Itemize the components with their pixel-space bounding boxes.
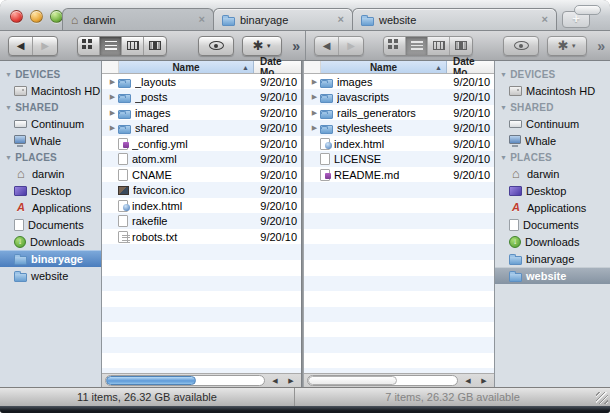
date-column-header[interactable]: Date Mo.. — [254, 61, 301, 73]
quicklook-button[interactable] — [198, 36, 234, 56]
file-row[interactable]: ▶shared9/20/10 — [102, 121, 301, 137]
column-view-button-right[interactable] — [428, 37, 450, 55]
shared-computer-icon — [509, 120, 522, 128]
icon-view-button-right[interactable] — [384, 37, 406, 55]
tab-close-button[interactable]: × — [542, 14, 548, 25]
forward-button-right[interactable]: ▶ — [339, 37, 363, 55]
icon-view-button[interactable] — [78, 37, 100, 55]
disclosure-triangle-icon[interactable]: ▼ — [5, 104, 12, 111]
file-row[interactable]: ▶images9/20/10 — [304, 74, 494, 90]
tab-close-button[interactable]: × — [338, 14, 344, 25]
scroll-left-button[interactable]: ◀ — [267, 377, 283, 385]
eye-icon — [209, 41, 224, 50]
scroll-track[interactable] — [307, 375, 458, 386]
scroll-right-button[interactable]: ▶ — [476, 377, 492, 385]
applications-icon: A — [509, 202, 523, 213]
sidebar-item-applications[interactable]: AApplications — [495, 199, 610, 216]
sidebar-item-whale[interactable]: Whale — [495, 132, 610, 149]
sidebar-item-whale[interactable]: Whale — [0, 132, 101, 149]
list-view-button-right[interactable] — [406, 37, 428, 55]
file-row[interactable]: ▶rails_generators9/20/10 — [304, 105, 494, 121]
column-view-button[interactable] — [122, 37, 144, 55]
quicklook-button-right[interactable] — [503, 36, 539, 56]
sidebar-item-binaryage[interactable]: binaryage — [0, 250, 101, 267]
file-row[interactable]: rakefile9/20/10 — [102, 214, 301, 230]
minimize-window-button[interactable] — [30, 10, 43, 23]
sidebar-item-continuum[interactable]: Continuum — [0, 115, 101, 132]
file-row[interactable]: ▶javascripts9/20/10 — [304, 90, 494, 106]
back-button-right[interactable]: ◀ — [315, 37, 339, 55]
action-menu-button[interactable]: ✱▼ — [242, 36, 282, 56]
toolbar-overflow-chevron[interactable]: » — [292, 38, 300, 54]
sidebar-item-documents[interactable]: Documents — [0, 216, 101, 233]
forward-button[interactable]: ▶ — [33, 37, 57, 55]
toolbar-overflow-chevron-right[interactable]: » — [597, 38, 605, 54]
disclosure-triangle-icon[interactable]: ▼ — [5, 154, 12, 161]
file-row[interactable]: robots.txt9/20/10 — [102, 229, 301, 245]
file-row[interactable]: ▶_layouts9/20/10 — [102, 74, 301, 90]
file-row[interactable]: atom.xml9/20/10 — [102, 152, 301, 168]
sidebar-item-documents[interactable]: Documents — [495, 216, 610, 233]
disclosure-triangle-icon[interactable]: ▼ — [500, 104, 507, 111]
tab-website[interactable]: website× — [352, 8, 557, 30]
sidebar-item-macintosh-hd[interactable]: Macintosh HD — [495, 82, 610, 99]
file-row[interactable]: _config.yml9/20/10 — [102, 136, 301, 152]
date-column-header[interactable]: Date Mo.. — [447, 61, 494, 73]
disclosure-triangle-icon[interactable]: ▶ — [309, 93, 320, 101]
sidebar-item-label: website — [526, 270, 566, 282]
disclosure-triangle-icon[interactable]: ▶ — [107, 109, 118, 117]
sidebar-item-macintosh-hd[interactable]: Macintosh HD — [0, 82, 101, 99]
disclosure-triangle-icon[interactable]: ▶ — [309, 109, 320, 117]
view-switcher-right — [383, 36, 473, 56]
disclosure-triangle-icon[interactable]: ▶ — [107, 93, 118, 101]
tab-close-button[interactable]: × — [199, 14, 205, 25]
scroll-thumb[interactable] — [308, 376, 397, 385]
file-name: _config.yml — [132, 138, 255, 150]
disclosure-triangle-icon[interactable]: ▶ — [107, 124, 118, 132]
sidebar-item-darwin[interactable]: ⌂darwin — [495, 165, 610, 182]
sidebar-item-downloads[interactable]: ↓Downloads — [0, 233, 101, 250]
toolbar-toggle-lozenge[interactable] — [574, 5, 601, 15]
file-row[interactable]: ▶stylesheets9/20/10 — [304, 121, 494, 137]
coverflow-view-button[interactable] — [144, 37, 166, 55]
scroll-track[interactable] — [105, 375, 265, 386]
disclosure-triangle-icon[interactable]: ▶ — [309, 78, 320, 86]
file-row[interactable]: ▶images9/20/10 — [102, 105, 301, 121]
disclosure-triangle-icon[interactable]: ▼ — [500, 71, 507, 78]
html-file-icon — [118, 200, 128, 212]
tab-binaryage[interactable]: binaryage× — [213, 8, 353, 30]
scroll-left-button[interactable]: ◀ — [460, 377, 476, 385]
file-row[interactable]: favicon.ico9/20/10 — [102, 183, 301, 199]
file-row[interactable]: LICENSE9/20/10 — [304, 152, 494, 168]
sidebar-item-downloads[interactable]: ↓Downloads — [495, 233, 610, 250]
scroll-right-button[interactable]: ▶ — [283, 377, 299, 385]
file-row[interactable]: README.md9/20/10 — [304, 167, 494, 183]
file-row[interactable]: index.html9/20/10 — [304, 136, 494, 152]
sidebar-item-website[interactable]: website — [495, 267, 610, 284]
coverflow-view-button-right[interactable] — [450, 37, 472, 55]
resize-grip[interactable] — [596, 392, 608, 404]
file-row[interactable]: CNAME9/20/10 — [102, 167, 301, 183]
action-menu-button-right[interactable]: ✱▼ — [547, 36, 587, 56]
sidebar-item-binaryage[interactable]: binaryage — [495, 250, 610, 267]
sidebar-item-applications[interactable]: AApplications — [0, 199, 101, 216]
close-window-button[interactable] — [10, 10, 23, 23]
sidebar-item-darwin[interactable]: ⌂darwin — [0, 165, 101, 182]
disclosure-triangle-icon[interactable]: ▼ — [500, 154, 507, 161]
disclosure-triangle-icon[interactable]: ▶ — [309, 124, 320, 132]
list-view-button[interactable] — [100, 37, 122, 55]
tab-darwin[interactable]: ⌂darwin× — [62, 8, 214, 30]
name-column-header[interactable]: Name▲ — [321, 61, 447, 73]
scroll-thumb[interactable] — [106, 376, 196, 385]
sidebar-item-desktop[interactable]: Desktop — [0, 182, 101, 199]
disclosure-triangle-icon[interactable]: ▶ — [107, 78, 118, 86]
file-row[interactable]: ▶_posts9/20/10 — [102, 90, 301, 106]
sidebar-item-continuum[interactable]: Continuum — [495, 115, 610, 132]
name-column-header[interactable]: Name▲ — [119, 61, 254, 73]
back-button[interactable]: ◀ — [9, 37, 33, 55]
file-row[interactable]: index.html9/20/10 — [102, 198, 301, 214]
folder-icon — [320, 125, 333, 134]
disclosure-triangle-icon[interactable]: ▼ — [5, 71, 12, 78]
sidebar-item-desktop[interactable]: Desktop — [495, 182, 610, 199]
sidebar-item-website[interactable]: website — [0, 267, 101, 284]
